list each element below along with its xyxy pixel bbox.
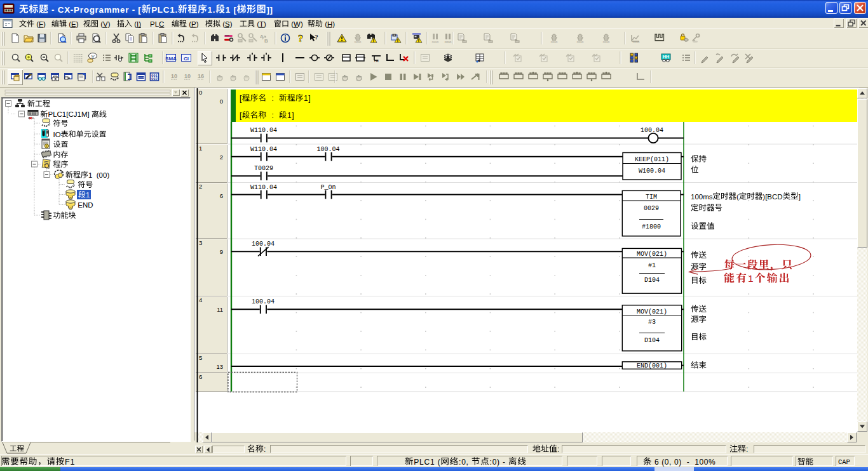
svg-text:roron: roron [577,41,584,44]
svg-text:(E): (E) [67,20,79,28]
svg-text:6: 6 [199,373,202,380]
svg-text:- CX-Programmer - [: - CX-Programmer - [ [49,5,142,15]
svg-text::: : [557,445,559,454]
svg-text:1]: 1] [287,111,294,120]
svg-text:D104: D104 [644,337,660,344]
svg-text:]]: ]] [266,5,273,15]
svg-text:1.: 1. [208,5,216,15]
svg-text:roron: roron [445,41,452,44]
svg-text:13: 13 [216,363,223,370]
svg-text:(T): (T) [255,20,266,28]
svg-text:W110.04: W110.04 [250,184,277,191]
svg-text:100.04: 100.04 [252,298,275,305]
svg-text:#1800: #1800 [642,223,661,230]
svg-text:?: ? [315,33,318,41]
svg-text::: : [267,94,279,103]
svg-text:END(001): END(001) [637,362,667,369]
svg-text:2: 2 [199,183,202,190]
svg-text:0029: 0029 [644,205,659,212]
svg-text:]: ] [799,193,801,201]
svg-text:MOV(021): MOV(021) [637,308,667,315]
svg-text:W100.04: W100.04 [639,168,665,175]
svg-text:(I): (I) [132,20,141,28]
svg-text:T0029: T0029 [254,165,273,172]
svg-text:1 [: 1 [ [226,5,237,15]
svg-text:10: 10 [184,73,191,79]
svg-text:0: 0 [220,98,223,105]
svg-text:roron: roron [432,41,439,44]
svg-text:1: 1 [199,145,202,152]
svg-text:3: 3 [199,239,202,246]
svg-text:(V): (V) [98,20,111,28]
svg-text:(W): (W) [289,20,303,28]
svg-text:100.04: 100.04 [641,127,663,134]
svg-text:(: ( [736,193,739,201]
svg-text:6: 6 [220,192,223,199]
svg-text:?: ? [298,34,303,44]
svg-text:roron: roron [355,41,362,44]
svg-text:MOV(021): MOV(021) [637,251,667,258]
svg-text:KEEP(011): KEEP(011) [635,156,669,163]
svg-text:[: [ [240,111,242,120]
svg-text:1: 1 [86,191,90,199]
svg-text:#1: #1 [648,262,656,269]
svg-text:5: 5 [199,354,202,361]
svg-text:SMA: SMA [165,56,177,62]
svg-text:(H): (H) [323,20,335,28]
svg-text:IO: IO [53,131,61,138]
svg-text:F1: F1 [65,458,75,467]
svg-text:1: 1 [748,273,755,284]
svg-text:(S): (S) [220,20,233,28]
svg-text:)[BCD: )[BCD [763,193,782,201]
svg-text:1]: 1] [304,94,311,103]
svg-text:PLC1 (: PLC1 ( [414,458,440,467]
svg-text:11: 11 [217,306,223,313]
svg-text:100.04: 100.04 [317,146,340,153]
svg-text::: : [264,445,266,454]
svg-text::: : [746,445,748,454]
svg-text:TR: TR [374,59,379,63]
svg-text:W110.04: W110.04 [250,146,277,153]
svg-text:PLC: PLC [150,20,164,28]
svg-text:HH: HH [663,55,669,59]
svg-text:9: 9 [220,248,223,255]
svg-text:1 (00): 1 (00) [88,171,109,179]
svg-text:roron: roron [551,41,558,44]
svg-text:END: END [78,201,93,209]
svg-text:PLC1.: PLC1. [151,5,178,15]
svg-text:W110.04: W110.04 [250,127,277,134]
svg-text:CI: CI [184,56,189,62]
svg-text::0,: :0, [459,458,471,467]
svg-text::0) -: :0) - [490,458,508,467]
svg-text:10: 10 [171,73,177,79]
svg-text:(P): (P) [187,20,199,28]
svg-text:100.04: 100.04 [252,241,275,248]
svg-text:4: 4 [199,296,202,303]
svg-text:P_On: P_On [321,184,336,191]
svg-text:roron: roron [633,41,640,44]
svg-text:2: 2 [220,154,223,161]
svg-text:(F): (F) [34,20,46,28]
svg-text:002: 002 [151,77,158,81]
svg-text:B: B [264,38,268,44]
svg-text:D104: D104 [644,277,660,284]
svg-text:roron: roron [603,41,610,44]
svg-text:TIM: TIM [646,194,657,201]
svg-text:16: 16 [198,73,204,79]
svg-text:6 (0, 0) - 100%: 6 (0, 0) - 100% [652,458,715,467]
svg-text:CAP: CAP [838,458,850,466]
svg-text:100ms: 100ms [691,193,713,201]
svg-text:0: 0 [199,89,202,96]
svg-text::: : [267,111,279,120]
svg-text:[: [ [240,94,242,103]
svg-text:#3: #3 [648,319,656,326]
svg-text:PLC1[CJ1M]: PLC1[CJ1M] [48,110,92,118]
